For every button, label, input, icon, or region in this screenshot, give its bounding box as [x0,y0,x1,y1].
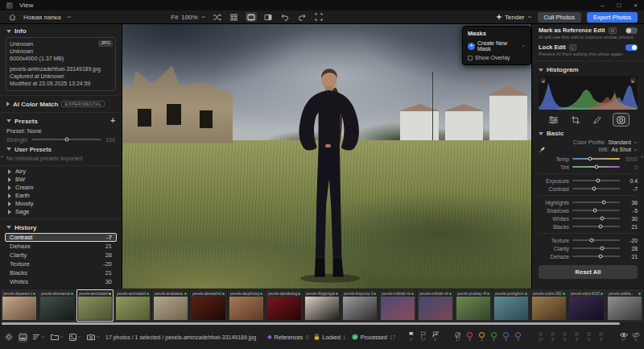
basic-section-header[interactable]: Basic [532,129,644,139]
slider-knob[interactable] [598,255,602,259]
filmstrip-thumbnail[interactable]: pexels-postiglioni-... [493,289,530,322]
preset-folder[interactable]: Moody [0,200,122,208]
flag-filter[interactable]: 0 [407,331,415,343]
fullscreen-icon[interactable] [313,12,324,22]
slider-track[interactable] [572,158,620,160]
filmstrip-thumbnail[interactable]: pexels-anastasia-sh... [152,289,189,322]
strength-slider[interactable] [31,139,101,140]
menu-view[interactable]: View [19,2,33,9]
collapse-left-panel-handle[interactable]: ‹ [1,153,3,160]
filmstrip-scrollbar[interactable] [2,322,620,325]
highlight-clipping-toggle[interactable]: ◣ [630,77,636,83]
filetype-filter-dropdown[interactable] [69,334,81,341]
color-label-filter[interactable]: 0 [490,332,498,343]
history-section-header[interactable]: History [0,221,122,233]
slider-knob[interactable] [594,165,598,169]
filmstrip-thumbnail[interactable]: pexels-alipazani-27... [1,289,38,322]
collapse-right-panel-handle[interactable]: › [641,153,643,160]
color-label-filter[interactable]: 17 [454,332,462,343]
slider-knob[interactable] [588,157,592,161]
folder-filter-dropdown[interactable] [51,334,64,340]
history-item[interactable]: Contrast -7 [5,233,117,242]
minimize-button[interactable]: – [601,0,604,10]
slider-knob[interactable] [598,225,602,229]
slider-knob[interactable] [600,247,604,251]
cull-photos-button[interactable]: Cull Photos [538,12,581,23]
ai-tender-button[interactable]: Tender [496,14,531,21]
filmstrip-thumbnail[interactable]: pexels-danielelm00... [190,289,227,322]
processed-stat[interactable]: Processed 17 [352,334,396,340]
slider-track[interactable] [572,202,620,203]
preset-folder[interactable]: BW [0,176,122,184]
grid-view-icon[interactable] [229,12,240,22]
slider-knob[interactable] [590,239,594,243]
lock-edit-toggle[interactable] [625,44,638,51]
filmstrip-thumbnail[interactable]: pexels-edmi-81973... [568,289,605,322]
filmstrip-thumbnail[interactable]: pexels-sokha... [606,289,643,322]
settings-gear-icon[interactable] [5,332,13,343]
wb-value[interactable]: As Shot [611,147,631,152]
slider-track[interactable] [572,180,620,181]
export-photos-button[interactable]: Export Photos [587,12,638,23]
preset-folder[interactable]: Cream [0,184,122,192]
filmstrip-thumbnail[interactable]: pexels-rcdtm-2827... [530,289,568,322]
slider-track[interactable] [572,256,620,257]
slider-knob[interactable] [64,138,68,142]
locked-stat[interactable]: Locked 1 [314,334,345,340]
filmstrip-thumbnail[interactable]: pexels-filipgrotgas... [303,289,341,322]
preset-folder[interactable]: Airy [0,168,122,176]
split-view-icon[interactable] [262,12,274,22]
slider-track[interactable] [572,166,620,168]
shadow-clipping-toggle[interactable]: ◢ [540,77,546,83]
history-item[interactable]: Shadows -5 [5,286,117,289]
home-icon[interactable] [6,12,18,22]
star-rating-filter[interactable]: 17 [537,331,545,343]
show-overlay-checkbox[interactable] [468,56,473,60]
star-rating-filter[interactable]: 0 [549,331,557,343]
flag-filter[interactable]: 17 [419,331,427,343]
color-label-filter[interactable]: 0 [466,332,474,343]
adjustments-tool-icon[interactable] [547,114,560,126]
filmstrip-thumbnail[interactable]: pexels-mikhail-nilo... [417,289,454,322]
add-preset-button[interactable]: + [110,118,115,124]
zoom-level[interactable]: 100% [181,14,197,21]
close-button[interactable]: × [634,0,638,10]
filmstrip-thumbnail[interactable]: pexels-aminzadef... [114,289,151,322]
shown-filter[interactable]: 17 [620,332,628,343]
slider-track[interactable] [572,239,620,241]
filmstrip-thumbnail[interactable]: pexels-alirezamani-... [39,289,76,322]
color-label-filter[interactable]: 0 [502,332,510,343]
brush-tool-icon[interactable] [591,114,604,126]
fit-mode-label[interactable]: Fit [171,14,178,21]
slider-knob[interactable] [601,217,605,221]
history-item[interactable]: Whites 30 [5,277,117,286]
flag-filter[interactable]: 0 [431,331,440,343]
photo-viewport[interactable]: Masks + Create New Mask Show Overlay [122,24,531,289]
white-balance-row[interactable]: WB: As Shot [532,146,644,153]
slider-knob[interactable] [596,179,600,183]
user-presets-header[interactable]: User Presets [0,144,122,155]
filmstrip-thumbnail[interactable]: pexels-kraycroy-3... [341,289,378,322]
maximize-button[interactable]: □ [617,0,621,10]
star-rating-filter[interactable]: 0 [573,331,581,343]
filmstrip-thumbnail[interactable]: pexels-mikhail-nilo... [379,289,416,322]
history-item[interactable]: Clarity 28 [5,251,117,260]
preset-folder[interactable]: Earth [0,192,122,200]
filmstrip-thumbnail[interactable]: pexels-pixabay-458... [455,289,492,322]
ai-edit-tool-icon[interactable] [613,113,630,127]
slider-knob[interactable] [592,209,597,213]
references-stat[interactable]: ◆ References 0 [267,334,308,340]
sort-dropdown[interactable] [33,334,45,340]
reset-all-button[interactable]: Reset All [539,265,638,279]
camera-filter-dropdown[interactable] [87,334,100,340]
crop-tool-icon[interactable] [569,114,582,126]
star-rating-filter[interactable]: 0 [561,331,569,343]
filmstrip-thumbnail[interactable]: pexels-dauphotogr... [228,289,265,322]
redo-icon[interactable] [296,12,308,22]
filmstrip-panel-toggle[interactable] [19,332,27,343]
compare-shuffle-icon[interactable] [212,12,223,22]
slider-track[interactable] [572,247,620,249]
create-new-mask-button[interactable]: + Create New Mask [468,40,526,52]
slider-track[interactable] [572,226,620,227]
folder-selector[interactable]: Новая папка [23,14,61,21]
